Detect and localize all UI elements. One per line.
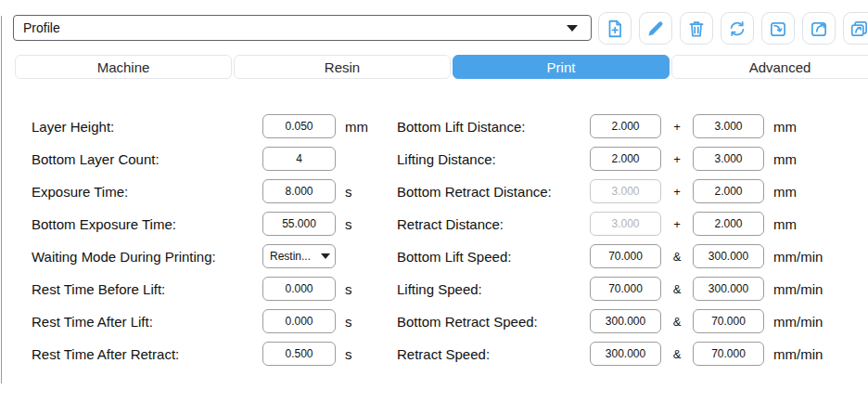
field-label: Bottom Retract Speed: — [397, 314, 590, 330]
field-unit: s — [345, 346, 352, 362]
field-label: Rest Time Before Lift: — [32, 281, 262, 297]
field-separator: & — [661, 282, 693, 296]
field-rest-time-before-lift: Rest Time Before Lift: s — [32, 277, 368, 301]
settings-tabs: Machine Resin Print Advanced — [15, 55, 868, 79]
lifting-speed-input-1[interactable] — [590, 277, 661, 301]
bottom-retract-speed-input-2[interactable] — [693, 309, 764, 333]
field-unit: mm — [773, 216, 797, 232]
lifting-distance-input-2[interactable] — [693, 147, 764, 171]
field-separator: + — [661, 152, 693, 166]
refresh-icon — [727, 19, 747, 39]
field-separator: & — [661, 315, 693, 329]
bottom-lift-distance-input-2[interactable] — [693, 114, 764, 138]
field-unit: mm/min — [773, 281, 823, 297]
field-unit: mm/min — [773, 314, 823, 330]
bottom-lift-speed-input-2[interactable] — [693, 244, 764, 268]
rest-time-after-retract-input[interactable] — [262, 342, 336, 366]
field-unit: mm/min — [773, 249, 823, 265]
field-separator: + — [661, 120, 693, 134]
tab-print[interactable]: Print — [453, 55, 670, 79]
tab-resin-label: Resin — [325, 59, 360, 75]
lifting-distance-input-1[interactable] — [590, 147, 661, 171]
bottom-layer-count-input[interactable] — [262, 147, 336, 171]
exposure-time-input[interactable] — [262, 179, 336, 203]
export-icon — [809, 19, 829, 39]
tab-print-label: Print — [547, 59, 576, 75]
field-bottom-layer-count: Bottom Layer Count: — [32, 147, 368, 171]
field-exposure-time: Exposure Time: s — [32, 179, 368, 203]
rest-time-before-lift-input[interactable] — [262, 277, 336, 301]
field-unit: s — [345, 281, 352, 297]
chevron-down-icon — [567, 25, 578, 32]
duplicate-profile-button[interactable] — [843, 12, 868, 45]
field-bottom-exposure-time: Bottom Exposure Time: s — [32, 212, 368, 236]
field-bottom-lift-distance: Bottom Lift Distance: + mm — [397, 114, 823, 138]
field-separator: & — [661, 250, 693, 264]
field-separator: + — [661, 185, 693, 199]
bottom-retract-distance-input-2[interactable] — [693, 179, 764, 203]
field-bottom-retract-speed: Bottom Retract Speed: & mm/min — [397, 309, 823, 333]
add-profile-button[interactable] — [598, 12, 632, 45]
field-label: Lifting Distance: — [397, 151, 590, 167]
waiting-mode-select[interactable]: Restin... — [262, 244, 336, 268]
trash-icon — [686, 19, 707, 39]
field-label: Lifting Speed: — [397, 281, 590, 297]
pencil-icon — [645, 19, 666, 39]
tab-advanced[interactable]: Advanced — [671, 55, 868, 79]
layer-height-input[interactable] — [262, 114, 336, 138]
field-label: Bottom Retract Distance: — [397, 184, 590, 200]
bottom-exposure-time-input[interactable] — [262, 212, 336, 236]
retract-speed-input-1[interactable] — [590, 342, 661, 366]
tab-resin[interactable]: Resin — [234, 55, 451, 79]
bottom-lift-speed-input-1[interactable] — [590, 244, 661, 268]
retract-distance-input-1 — [590, 212, 661, 236]
import-profile-button[interactable] — [761, 12, 795, 45]
field-unit: mm — [773, 151, 797, 167]
field-retract-distance: Retract Distance: + mm — [397, 212, 823, 236]
field-label: Retract Speed: — [397, 346, 590, 362]
field-label: Bottom Layer Count: — [32, 151, 262, 167]
field-label: Retract Distance: — [397, 216, 590, 232]
delete-profile-button[interactable] — [680, 12, 713, 45]
bottom-lift-distance-input-1[interactable] — [590, 114, 661, 138]
field-unit: s — [345, 314, 352, 330]
field-unit: mm — [345, 119, 368, 135]
field-unit: s — [345, 184, 352, 200]
refresh-profiles-button[interactable] — [721, 12, 754, 45]
retract-speed-input-2[interactable] — [693, 342, 764, 366]
profile-select[interactable]: Profile — [13, 15, 592, 41]
field-rest-time-after-retract: Rest Time After Retract: s — [32, 342, 368, 366]
field-waiting-mode: Waiting Mode During Printing: Restin... — [32, 244, 368, 268]
field-separator: & — [661, 347, 693, 361]
edit-profile-button[interactable] — [639, 12, 672, 45]
field-lifting-speed: Lifting Speed: & mm/min — [397, 277, 823, 301]
field-lifting-distance: Lifting Distance: + mm — [397, 147, 823, 171]
retract-distance-input-2[interactable] — [693, 212, 764, 236]
tab-machine[interactable]: Machine — [15, 55, 232, 79]
field-label: Waiting Mode During Printing: — [32, 249, 262, 265]
panel-divider — [1, 16, 2, 383]
waiting-mode-value: Restin... — [270, 250, 321, 263]
field-unit: mm — [773, 119, 797, 135]
lifting-speed-input-2[interactable] — [693, 277, 764, 301]
profile-toolbar — [598, 12, 868, 45]
field-bottom-retract-distance: Bottom Retract Distance: + mm — [397, 179, 823, 203]
field-bottom-lift-speed: Bottom Lift Speed: & mm/min — [397, 244, 823, 268]
print-settings-right-column: Bottom Lift Distance: + mm Lifting Dista… — [397, 114, 823, 366]
rest-time-after-lift-input[interactable] — [262, 309, 336, 333]
add-file-icon — [605, 19, 625, 39]
import-icon — [768, 19, 788, 39]
field-label: Bottom Lift Speed: — [397, 249, 590, 265]
tab-advanced-label: Advanced — [749, 59, 811, 75]
field-label: Bottom Exposure Time: — [32, 216, 262, 232]
field-label: Rest Time After Retract: — [32, 346, 262, 362]
bottom-retract-speed-input-1[interactable] — [590, 309, 661, 333]
bottom-retract-distance-input-1 — [590, 179, 661, 203]
field-separator: + — [661, 217, 693, 231]
field-rest-time-after-lift: Rest Time After Lift: s — [32, 309, 368, 333]
print-settings-left-column: Layer Height: mm Bottom Layer Count: Exp… — [32, 114, 368, 366]
field-layer-height: Layer Height: mm — [32, 114, 368, 138]
field-unit: mm/min — [773, 346, 823, 362]
tab-machine-label: Machine — [97, 59, 150, 75]
export-profile-button[interactable] — [802, 12, 836, 45]
